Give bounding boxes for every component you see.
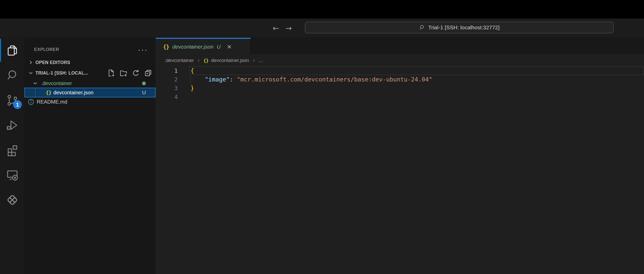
line-number: 2 [156,76,178,83]
json-file-icon: {} [163,44,169,50]
open-editors-section[interactable]: OPEN EDITORS [24,58,156,67]
code-line-1[interactable]: 1{ [156,66,644,75]
macos-top-strip [0,0,644,19]
chevron-down-icon [31,81,39,86]
activity-explorer[interactable] [0,38,24,63]
activity-bar: 1 [0,38,24,274]
folder-name: .devcontainer [41,80,72,86]
chevron-right-icon [196,58,201,63]
back-arrow-icon[interactable]: ← [273,24,279,32]
refresh-icon [131,69,140,77]
history-nav: ← → [273,19,292,38]
workspace-section[interactable]: TRIAL-1 [SSH: LOCAL... [24,67,156,79]
breadcrumb-folder[interactable]: .devcontainer [165,58,194,63]
workbench: 1 [0,38,644,274]
git-untracked-dot-badge [142,81,146,85]
breadcrumb: .devcontainer {} devcontainer.json ... [156,54,644,66]
tree-item-readme[interactable]: README.md [24,97,156,106]
file-name: devcontainer.json [53,90,93,96]
scm-changes-badge: 1 [13,100,22,109]
code-line-3[interactable]: 3} [156,84,644,93]
json-file-icon: {} [203,58,209,63]
more-actions-icon[interactable]: ··· [138,48,148,51]
file-tree: .devcontainer {} devcontainer.json U [24,79,156,106]
explorer-actions [107,69,153,77]
line-number: 4 [156,94,178,100]
window-title: Trial-1 [SSH: localhost:32772] [428,24,499,31]
new-folder-icon [119,69,128,77]
activity-run-debug[interactable] [0,113,24,138]
tab-label: devcontainer.json [172,44,213,50]
tab-git-status: U [217,44,221,50]
line-content: } [191,85,194,92]
activity-search[interactable] [0,63,24,88]
chevron-down-icon [27,70,35,76]
chevron-right-icon [27,60,35,65]
open-editors-label: OPEN EDITORS [35,60,70,65]
info-icon [27,98,35,106]
breadcrumb-symbol-ellipsis[interactable]: ... [259,58,263,63]
refresh-button[interactable] [131,69,140,77]
files-icon [6,44,19,57]
code-line-4[interactable]: 4 [156,93,644,101]
activity-extensions[interactable] [0,138,24,162]
tab-bar: {} devcontainer.json U [156,38,644,54]
search-icon [6,69,19,82]
new-file-icon [107,69,116,77]
command-center[interactable]: Trial-1 [SSH: localhost:32772] [305,22,614,33]
vscode-window: ← → Trial-1 [SSH: localhost:32772] [0,0,644,274]
editor-group: {} devcontainer.json U .devcontainer {} [156,38,644,274]
close-icon[interactable] [226,44,232,50]
tree-item-devcontainer-json[interactable]: {} devcontainer.json U [24,88,156,97]
line-content: "image": "mcr.microsoft.com/devcontainer… [191,76,432,83]
code-line-2[interactable]: 2 "image": "mcr.microsoft.com/devcontain… [156,75,644,84]
tree-indent-guide [35,88,35,97]
activity-remote-explorer[interactable] [0,162,24,187]
line-number: 1 [156,68,178,74]
workspace-label: TRIAL-1 [SSH: LOCAL... [35,70,88,76]
diamond-grid-icon [5,193,19,207]
search-icon [419,24,425,31]
new-folder-button[interactable] [119,69,128,77]
new-file-button[interactable] [107,69,116,77]
titlebar: ← → Trial-1 [SSH: localhost:32772] [0,19,644,38]
collapse-all-button[interactable] [144,69,153,77]
breadcrumb-file[interactable]: devcontainer.json [211,58,249,63]
remote-explorer-icon [6,168,19,182]
code-editor[interactable]: 1{2 "image": "mcr.microsoft.com/devconta… [156,66,644,274]
json-file-icon: {} [46,89,51,96]
debug-icon [6,118,19,132]
activity-diamond-grid[interactable] [0,187,24,212]
line-content: { [191,67,194,74]
activity-source-control[interactable]: 1 [0,88,24,113]
file-name: README.md [37,99,67,105]
sidebar-title: EXPLORER [34,47,59,52]
collapse-all-icon [144,69,153,77]
extensions-icon [6,143,19,157]
explorer-sidebar: EXPLORER ··· OPEN EDITORS TRIAL-1 [SSH: … [24,38,156,274]
line-number: 3 [156,85,178,92]
forward-arrow-icon[interactable]: → [285,24,292,32]
git-status-untracked: U [142,90,146,96]
sidebar-header: EXPLORER ··· [24,38,156,58]
tab-devcontainer-json[interactable]: {} devcontainer.json U [156,38,251,54]
tree-item-devcontainer-folder[interactable]: .devcontainer [24,79,156,88]
chevron-right-icon [252,58,256,63]
